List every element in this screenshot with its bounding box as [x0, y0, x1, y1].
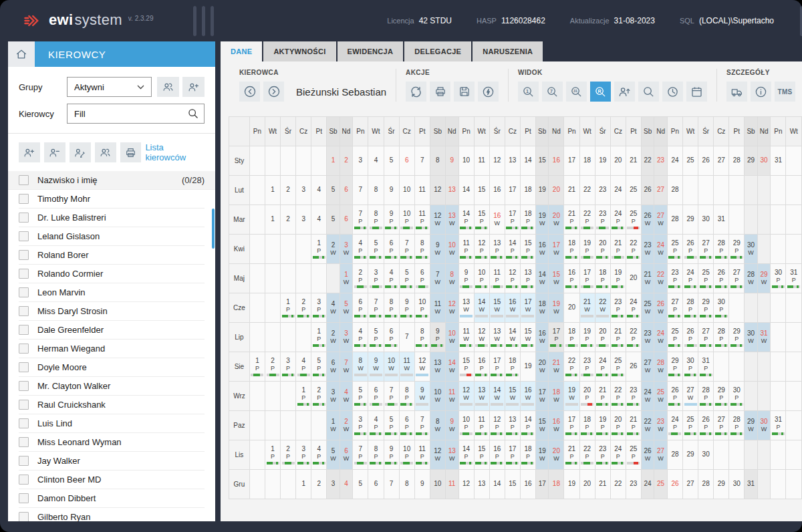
driver-row[interactable]: Clinton Beer MD	[19, 471, 205, 489]
day-cell[interactable]: 20	[564, 293, 579, 323]
day-cell[interactable]: 23P	[667, 264, 682, 293]
day-cell[interactable]: 25	[654, 470, 668, 499]
day-cell[interactable]: 10P	[414, 293, 430, 323]
day-cell[interactable]: 19W	[564, 382, 579, 411]
driver-checkbox[interactable]	[19, 512, 29, 521]
day-cell[interactable]: 26	[667, 470, 682, 499]
day-cell[interactable]: 9P	[384, 440, 399, 470]
day-cell[interactable]: 26W	[654, 293, 668, 323]
day-cell[interactable]: 17	[505, 176, 520, 205]
day-cell[interactable]: 13P	[489, 235, 505, 264]
day-cell[interactable]: 12P	[489, 411, 505, 440]
day-cell[interactable]: 4P	[384, 264, 399, 293]
day-cell[interactable]: 30	[729, 470, 745, 499]
day-cell[interactable]: 25P	[683, 411, 698, 440]
day-cell[interactable]: 15W	[536, 411, 549, 440]
day-cell[interactable]: 16	[489, 176, 505, 205]
day-cell[interactable]: 22P	[564, 352, 579, 382]
day-cell[interactable]: 28	[729, 146, 745, 176]
day-cell[interactable]: 16W	[536, 235, 549, 264]
day-cell[interactable]: 26	[698, 146, 714, 176]
day-cell[interactable]: 3	[327, 470, 340, 499]
day-cell[interactable]: 23W	[641, 323, 654, 352]
day-cell[interactable]: 8P	[414, 323, 430, 352]
day-cell[interactable]: 11	[474, 146, 489, 176]
day-cell[interactable]: 22P	[579, 205, 595, 235]
prev-driver-button[interactable]	[239, 82, 260, 102]
day-cell[interactable]: 31P	[771, 411, 786, 440]
driver-activity-button[interactable]	[614, 82, 635, 102]
day-cell[interactable]: 2P	[281, 440, 296, 470]
day-cell[interactable]: 27	[714, 146, 729, 176]
driver-row[interactable]: Luis Lind	[19, 414, 205, 433]
day-cell[interactable]: 12P	[474, 235, 489, 264]
day-cell[interactable]: 25P	[626, 205, 641, 235]
day-cell[interactable]: 14W	[505, 323, 520, 352]
day-cell[interactable]: 12W	[445, 293, 458, 323]
day-cell[interactable]: 18P	[564, 323, 579, 352]
day-cell[interactable]: 29W	[757, 264, 771, 293]
day-cell[interactable]: 24W	[641, 382, 654, 411]
view-day-button[interactable]: 1	[518, 82, 539, 102]
day-cell[interactable]: 30	[698, 440, 714, 470]
day-cell[interactable]: 16P	[489, 440, 505, 470]
day-cell[interactable]: 15	[505, 470, 520, 499]
day-cell[interactable]: 25W	[654, 382, 668, 411]
day-cell[interactable]: 29	[683, 440, 698, 470]
day-cell[interactable]: 17P	[579, 264, 595, 293]
day-cell[interactable]: 22P	[610, 382, 626, 411]
day-cell[interactable]: 8P	[368, 440, 384, 470]
day-cell[interactable]: 31	[714, 205, 729, 235]
day-cell[interactable]: 20	[610, 146, 626, 176]
day-cell[interactable]: 25P	[626, 440, 641, 470]
day-cell[interactable]: 22W	[595, 293, 610, 323]
day-cell[interactable]: 5W	[327, 440, 340, 470]
driver-checkbox[interactable]	[19, 344, 29, 354]
day-cell[interactable]: 15P	[458, 352, 474, 382]
day-cell[interactable]: 20P	[610, 411, 626, 440]
driver-row[interactable]: Miss Daryl Strosin	[19, 302, 205, 321]
driver-row[interactable]: Timothy Mohr	[19, 190, 205, 209]
day-cell[interactable]: 21W	[641, 264, 654, 293]
day-cell[interactable]: 3W	[327, 382, 340, 411]
day-cell[interactable]: 30W	[745, 323, 757, 352]
day-cell[interactable]: 18P	[564, 235, 579, 264]
home-button[interactable]	[8, 41, 35, 67]
day-cell[interactable]: 27W	[641, 352, 654, 382]
day-cell[interactable]: 9W	[414, 382, 430, 411]
day-cell[interactable]: 26	[626, 352, 641, 382]
day-cell[interactable]: 30P	[729, 382, 745, 411]
driver-row[interactable]: Herman Wiegand	[19, 340, 205, 358]
day-cell[interactable]: 25	[626, 176, 641, 205]
day-cell[interactable]: 29P	[714, 382, 729, 411]
day-cell[interactable]: 16W	[520, 382, 535, 411]
day-cell[interactable]: 1	[265, 176, 280, 205]
day-cell[interactable]: 18P	[505, 352, 520, 382]
day-cell[interactable]: 21P	[626, 411, 641, 440]
day-cell[interactable]: 10W	[445, 323, 458, 352]
day-cell[interactable]: 12	[430, 176, 445, 205]
day-cell[interactable]: 6P	[368, 382, 384, 411]
day-cell[interactable]: 13W	[474, 382, 489, 411]
save-button[interactable]	[454, 82, 475, 102]
day-cell[interactable]: 5P	[384, 411, 399, 440]
day-cell[interactable]: 28P	[714, 235, 729, 264]
refresh-button[interactable]	[406, 82, 426, 102]
day-cell[interactable]: 13W	[489, 323, 505, 352]
day-cell[interactable]: 25P	[698, 264, 714, 293]
day-cell[interactable]: 19W	[549, 293, 564, 323]
day-cell[interactable]: 14	[520, 146, 535, 176]
day-cell[interactable]: 20	[549, 176, 564, 205]
driver-checkbox[interactable]	[19, 194, 29, 204]
day-cell[interactable]: 26W	[641, 440, 654, 470]
driver-row[interactable]: Damon Dibbert	[19, 489, 205, 508]
day-cell[interactable]: 2	[281, 176, 296, 205]
day-cell[interactable]: 1	[327, 146, 340, 176]
day-cell[interactable]: 11W	[458, 323, 474, 352]
calendar-view-button[interactable]	[686, 82, 707, 102]
day-cell[interactable]: 16W	[505, 293, 520, 323]
day-cell[interactable]: 19	[595, 146, 610, 176]
day-cell[interactable]: 10W	[445, 235, 458, 264]
day-cell[interactable]: 1P	[296, 382, 311, 411]
day-cell[interactable]: 1P	[311, 235, 327, 264]
